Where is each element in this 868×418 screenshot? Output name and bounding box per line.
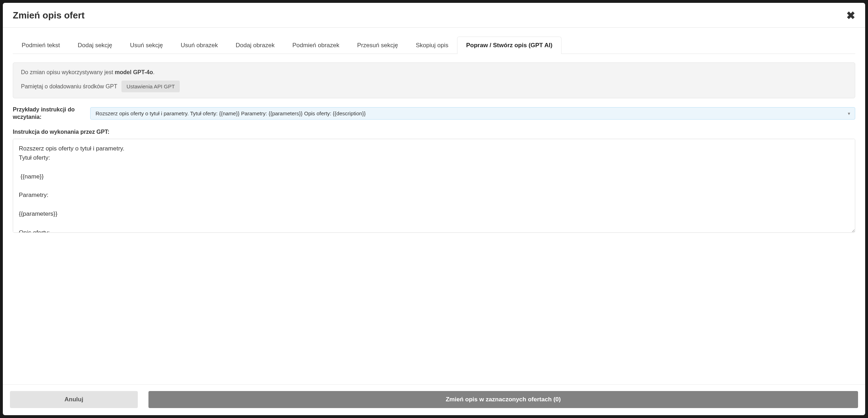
tab-6[interactable]: Przesuń sekcję <box>348 37 407 54</box>
tab-4[interactable]: Dodaj obrazek <box>227 37 284 54</box>
examples-label: Przykłady instrukcji do wczytania: <box>13 106 80 121</box>
modal-body: Podmień tekstDodaj sekcjęUsuń sekcjęUsuń… <box>3 28 865 384</box>
info-model-line: Do zmian opisu wykorzystywany jest model… <box>21 69 847 76</box>
modal-header: Zmień opis ofert ✖ <box>3 3 865 28</box>
instruction-label: Instrukcja do wykonania przez GPT: <box>13 129 855 135</box>
examples-select-wrap: Rozszerz opis oferty o tytuł i parametry… <box>90 107 855 120</box>
info-model-name: model GPT-4o <box>115 69 153 75</box>
info-box: Do zmian opisu wykorzystywany jest model… <box>13 62 855 98</box>
examples-row: Przykłady instrukcji do wczytania: Rozsz… <box>13 106 855 121</box>
tab-1[interactable]: Dodaj sekcję <box>69 37 121 54</box>
modal-title: Zmień opis ofert <box>13 10 85 21</box>
modal-footer: Anuluj Zmień opis w zaznaczonych ofertac… <box>3 384 865 415</box>
examples-select[interactable]: Rozszerz opis oferty o tytuł i parametry… <box>90 107 855 120</box>
modal-dialog: Zmień opis ofert ✖ Podmień tekstDodaj se… <box>3 3 865 415</box>
api-settings-button[interactable]: Ustawienia API GPT <box>121 81 180 92</box>
tab-5[interactable]: Podmień obrazek <box>283 37 348 54</box>
tab-7[interactable]: Skopiuj opis <box>407 37 457 54</box>
tab-2[interactable]: Usuń sekcję <box>121 37 172 54</box>
info-model-suffix: . <box>153 69 154 75</box>
tab-8[interactable]: Popraw / Stwórz opis (GPT AI) <box>457 37 561 54</box>
info-credits-line: Pamiętaj o doładowaniu środków GPT Ustaw… <box>21 81 847 92</box>
info-credits-text: Pamiętaj o doładowaniu środków GPT <box>21 83 117 90</box>
info-model-prefix: Do zmian opisu wykorzystywany jest <box>21 69 115 75</box>
tab-3[interactable]: Usuń obrazek <box>172 37 227 54</box>
instruction-textarea[interactable] <box>13 139 855 233</box>
close-icon[interactable]: ✖ <box>846 10 855 21</box>
cancel-button[interactable]: Anuluj <box>10 391 138 408</box>
submit-button[interactable]: Zmień opis w zaznaczonych ofertach (0) <box>148 391 858 408</box>
tab-0[interactable]: Podmień tekst <box>13 37 69 54</box>
tabs: Podmień tekstDodaj sekcjęUsuń sekcjęUsuń… <box>13 36 855 54</box>
